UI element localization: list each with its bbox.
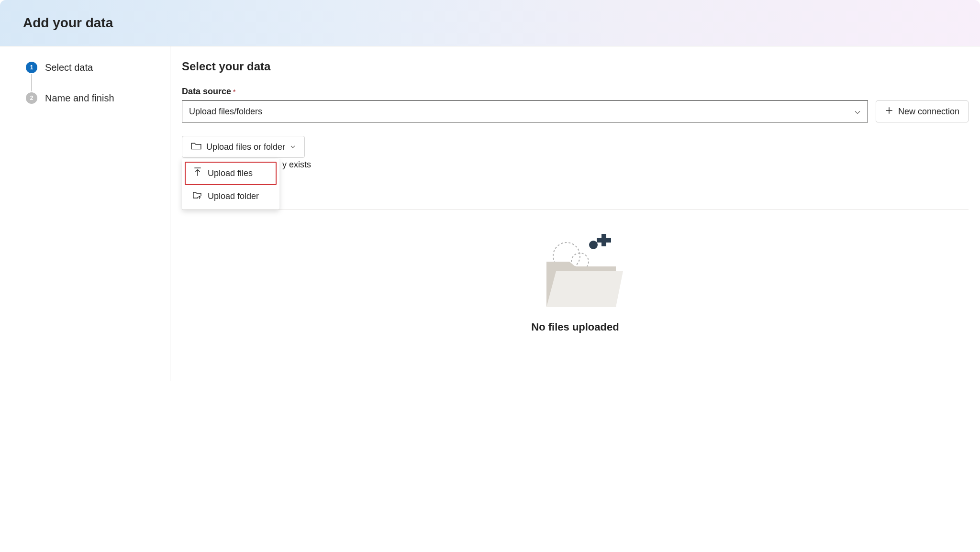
upload-files-folder-button[interactable]: Upload files or folder: [182, 136, 305, 158]
wizard-step-select-data[interactable]: 1 Select data: [26, 62, 158, 73]
plus-icon: [885, 106, 893, 117]
empty-folder-illustration: [532, 223, 618, 309]
step-number-badge: 1: [26, 62, 37, 73]
folder-icon: [191, 142, 201, 153]
overwrite-checkbox-label-partial: y exists: [282, 160, 311, 170]
wizard-step-name-finish[interactable]: 2 Name and finish: [26, 92, 158, 104]
new-connection-button[interactable]: New connection: [876, 100, 969, 122]
main-panel: Select your data Data source* Upload fil…: [170, 46, 980, 381]
new-connection-label: New connection: [898, 107, 959, 117]
step-connector: [31, 74, 32, 91]
step-number-badge: 2: [26, 92, 37, 104]
wizard-sidebar: 1 Select data 2 Name and finish: [0, 46, 170, 381]
dialog-title: Add your data: [23, 15, 957, 31]
folder-upload-icon: [192, 191, 202, 202]
panel-title: Select your data: [182, 60, 969, 73]
dialog-body: 1 Select data 2 Name and finish Select y…: [0, 46, 980, 381]
upload-dropdown: Upload files Upload folder: [182, 159, 279, 210]
section-divider: [182, 210, 969, 210]
step-label: Name and finish: [45, 93, 114, 104]
empty-state: No files uploaded: [182, 221, 969, 333]
required-indicator: *: [233, 88, 235, 96]
step-label: Select data: [45, 62, 93, 73]
data-source-label-row: Data source*: [182, 87, 969, 100]
empty-state-text: No files uploaded: [531, 321, 619, 333]
data-source-label: Data source: [182, 87, 231, 97]
upload-area: Upload files or folder y exists Upload f…: [182, 136, 969, 158]
chevron-down-icon: [854, 108, 861, 115]
data-source-select[interactable]: Upload files/folders: [182, 100, 868, 122]
upload-arrow-icon: [193, 167, 202, 179]
upload-folder-label: Upload folder: [208, 191, 259, 201]
upload-files-label: Upload files: [208, 168, 253, 178]
data-source-value: Upload files/folders: [189, 107, 262, 117]
upload-button-label: Upload files or folder: [206, 142, 285, 152]
upload-folder-option[interactable]: Upload folder: [185, 186, 277, 207]
upload-files-option[interactable]: Upload files: [185, 162, 277, 185]
dialog-header: Add your data: [0, 0, 980, 46]
data-source-row: Upload files/folders New connection: [182, 100, 969, 122]
chevron-down-icon: [290, 142, 296, 152]
svg-point-2: [589, 241, 598, 249]
